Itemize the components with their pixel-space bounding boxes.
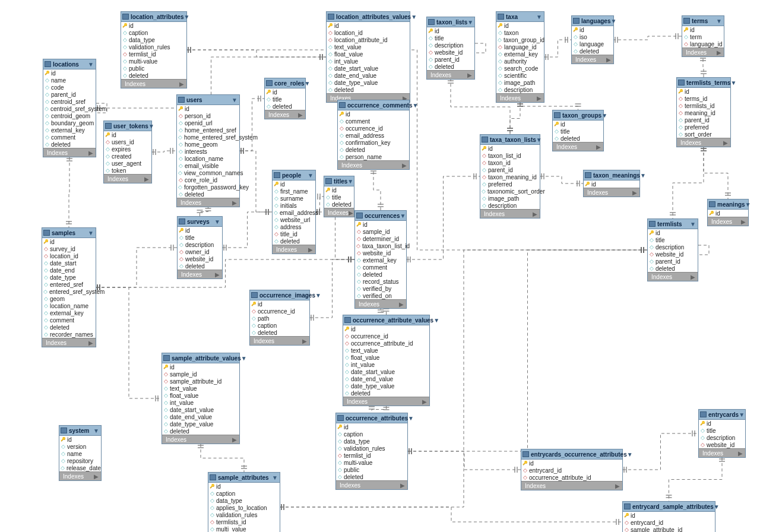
column[interactable]: interests (178, 148, 238, 155)
indexes-section[interactable]: Indexes▶ (265, 110, 305, 119)
indexes-section[interactable]: Indexes▶ (42, 338, 96, 347)
collapse-icon[interactable]: ▼ (408, 415, 414, 422)
entity-occurrence_attributes[interactable]: occurrence_attributes▼idcaptiondata_type… (335, 413, 408, 490)
column[interactable]: image_path (498, 79, 543, 86)
column[interactable]: website_id (179, 255, 221, 262)
expand-icon[interactable]: ▶ (422, 398, 427, 405)
column[interactable]: home_entered_sref_system (178, 134, 238, 141)
column[interactable]: date_end (43, 267, 94, 274)
column[interactable]: taxonomic_sort_order (482, 188, 539, 195)
entity-taxa_taxon_lists[interactable]: taxa_taxon_lists▼idtaxon_list_idtaxon_id… (480, 134, 540, 218)
column[interactable]: authority (498, 58, 543, 65)
expand-icon[interactable]: ▶ (232, 436, 237, 443)
entity-header[interactable]: taxon_meanings▼ (584, 170, 639, 180)
column[interactable]: float_value (328, 50, 408, 58)
entity-header[interactable]: languages▼ (572, 16, 613, 26)
expand-icon[interactable]: ▶ (606, 56, 611, 63)
entity-header[interactable]: samples▼ (42, 228, 96, 238)
column[interactable]: taxon_list_id (482, 152, 539, 159)
column[interactable]: version (61, 443, 100, 450)
column[interactable]: taxon (498, 29, 543, 36)
column[interactable]: id (122, 22, 185, 29)
column[interactable]: deleted (179, 262, 221, 270)
collapse-icon[interactable]: ▼ (640, 172, 646, 179)
column[interactable]: sample_attribute_id (624, 526, 714, 532)
collapse-icon[interactable]: ▼ (413, 102, 419, 109)
column[interactable]: location_id (328, 29, 408, 36)
indexes-section[interactable]: Indexes▶ (584, 188, 639, 197)
entity-header[interactable]: people▼ (273, 170, 315, 180)
column[interactable]: caption (251, 322, 308, 329)
column[interactable]: validation_rules (122, 43, 185, 50)
column[interactable]: deleted (328, 86, 408, 93)
entity-location_attributes_values[interactable]: location_attributes_values▼idlocation_id… (326, 11, 410, 103)
entity-header[interactable]: sample_attributes▼ (208, 473, 280, 483)
column[interactable]: caption (337, 430, 406, 438)
column[interactable]: id (683, 26, 723, 33)
collapse-icon[interactable]: ▼ (467, 19, 473, 26)
collapse-icon[interactable]: ▼ (433, 317, 439, 324)
column[interactable]: repository (61, 457, 100, 464)
column[interactable]: caption (122, 29, 185, 36)
entity-header[interactable]: occurrence_images▼ (250, 290, 309, 300)
column[interactable]: title (554, 128, 602, 135)
column[interactable]: int_value (344, 361, 428, 368)
indexes-section[interactable]: Indexes▶ (677, 138, 730, 147)
indexes-section[interactable]: Indexes▶ (250, 336, 309, 345)
column[interactable]: home_geom (178, 141, 238, 148)
column[interactable]: location_id (43, 252, 94, 259)
column[interactable]: validation_rules (210, 511, 278, 518)
column[interactable]: deleted (45, 141, 94, 148)
expand-icon[interactable]: ▶ (717, 49, 721, 56)
column[interactable]: id (344, 325, 428, 332)
entity-meanings[interactable]: meanings▼idIndexes▶ (707, 199, 749, 226)
column[interactable]: sort_order (678, 131, 729, 138)
collapse-icon[interactable]: ▼ (745, 201, 751, 208)
entity-header[interactable]: location_attributes▼ (121, 12, 186, 22)
entity-header[interactable]: taxa▼ (496, 12, 544, 22)
column[interactable]: location_name (43, 302, 94, 309)
column[interactable]: terms_id (678, 95, 729, 102)
indexes-section[interactable]: Indexes▶ (162, 435, 239, 444)
column[interactable]: scientific (498, 72, 543, 79)
column[interactable]: meaning_id (678, 109, 729, 116)
column[interactable]: external_key (45, 126, 94, 134)
column[interactable]: parent_id (45, 91, 94, 98)
column[interactable]: id (45, 69, 94, 77)
column[interactable]: initials (274, 202, 314, 209)
column[interactable]: external_key (356, 256, 405, 264)
indexes-section[interactable]: Indexes▶ (648, 272, 698, 281)
column[interactable]: float_value (344, 354, 428, 361)
collapse-icon[interactable]: ▼ (272, 474, 278, 481)
entity-system[interactable]: system▼idversionnamerepositoryrelease_da… (59, 425, 102, 481)
collapse-icon[interactable]: ▼ (627, 451, 633, 458)
expand-icon[interactable]: ▶ (467, 72, 472, 78)
column[interactable]: id (624, 512, 714, 519)
entity-header[interactable]: locations▼ (43, 59, 96, 69)
column[interactable]: first_name (274, 188, 314, 195)
entity-header[interactable]: entrycard_sample_attributes▼ (623, 502, 715, 512)
column[interactable]: id (339, 110, 408, 118)
collapse-icon[interactable]: ▼ (536, 14, 542, 20)
collapse-icon[interactable]: ▼ (214, 218, 220, 225)
collapse-icon[interactable]: ▼ (690, 221, 696, 227)
column[interactable]: code (45, 84, 94, 91)
indexes-section[interactable]: Indexes▶ (553, 142, 603, 151)
entity-header[interactable]: meanings▼ (708, 200, 748, 210)
entity-surveys[interactable]: surveys▼idtitledescriptionowner_idwebsit… (177, 216, 223, 279)
column[interactable]: email_address (339, 132, 408, 139)
column[interactable]: person_id (178, 112, 238, 119)
indexes-section[interactable]: Indexes▶ (496, 93, 544, 102)
entity-header[interactable]: termlists_terms▼ (677, 78, 730, 88)
column[interactable]: deleted (178, 191, 238, 198)
column[interactable]: sample_attribute_id (163, 378, 238, 385)
column[interactable]: release_date (61, 464, 100, 471)
column[interactable]: preferred (678, 124, 729, 131)
entity-occurrence_attribute_values[interactable]: occurrence_attribute_values▼idoccurrence… (343, 315, 430, 406)
entity-core_roles[interactable]: core_roles▼idtitledeletedIndexes▶ (264, 78, 306, 119)
column[interactable]: deleted (266, 103, 304, 110)
column[interactable]: id (522, 460, 621, 467)
indexes-section[interactable]: Indexes▶ (43, 148, 96, 157)
column[interactable]: boundary_geom (45, 119, 94, 126)
entity-header[interactable]: titles▼ (324, 176, 354, 186)
